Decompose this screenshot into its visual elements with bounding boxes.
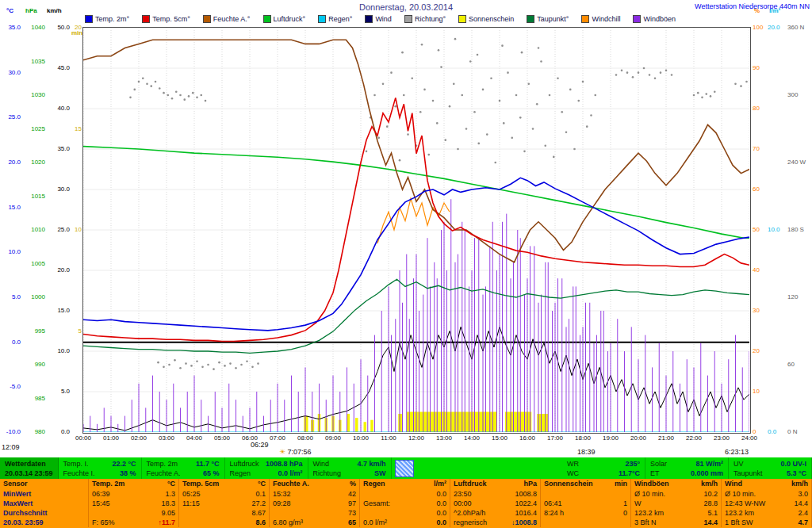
sun-time-6-23-13: 6:23:13 — [725, 448, 749, 456]
status-value: 11.7 °C — [196, 459, 220, 469]
status-row: WC11.7°C — [567, 469, 640, 478]
column-name: Windböen — [634, 479, 668, 489]
cell-time: 11:15 — [182, 499, 200, 508]
status-row: Temp. I.22.2 °C — [63, 459, 136, 469]
cell-value: 97 — [348, 499, 356, 508]
status-value: 5.3 °C — [787, 469, 806, 478]
status-label: Feuchte A. — [147, 469, 181, 478]
table-cell: 06:411 — [541, 499, 631, 508]
cell-value: 1.3 — [165, 489, 175, 499]
x-axis-label: 22:00 — [680, 434, 707, 442]
table-cell: 0.0 l/m²0.0 — [360, 518, 450, 527]
cell-time: W — [634, 499, 642, 508]
cell-time: 1 Bft SW — [725, 518, 753, 527]
sunrise-icon: ☀ — [279, 448, 288, 456]
cell-time: 23:50 — [454, 489, 472, 499]
x-axis-label: 02:00 — [125, 434, 152, 442]
forecast-icon — [395, 460, 414, 477]
weather-plot[interactable] — [83, 28, 749, 432]
chart-legend: Temp. 2m°Temp. 5cm°Feuchte A.°Luftdruck°… — [85, 15, 676, 23]
axis-tick-wind: 15.0 — [48, 308, 70, 314]
status-value: SW — [374, 469, 386, 478]
cell-value: 73 — [348, 508, 356, 518]
cell-value: 27.2 — [251, 499, 266, 508]
cell-time: 12:43 W-NW — [725, 499, 765, 508]
table-cell: W28.8 — [631, 499, 722, 508]
column-header-regen: Regenl/m² — [360, 479, 450, 489]
table-row-minwert: MinWert06:391.305:250.115:32420.023:5010… — [0, 489, 812, 499]
legend-item-luftdruck[interactable]: Luftdruck° — [263, 15, 306, 23]
axis-tick-wind: 5.0 — [48, 388, 70, 395]
cell-value: 0.0 — [436, 499, 446, 508]
legend-item-feuchte-a[interactable]: Feuchte A.° — [203, 15, 251, 23]
cell-time: 09:28 — [273, 499, 291, 508]
legend-item-windchill[interactable]: Windchill — [581, 15, 620, 23]
axis-tick-sun: 15 — [71, 126, 82, 132]
cell-time: 15:32 — [273, 489, 291, 499]
table-cell: 8:24 h0 — [541, 508, 631, 518]
table-cell: 8.67 — [179, 508, 270, 518]
axis-tick-humidity: 20 — [753, 348, 767, 354]
cell-value: 3.0 — [798, 489, 808, 499]
axis-tick-pressure: 1035 — [23, 59, 45, 65]
x-axis-label: 11:00 — [375, 434, 402, 442]
table-cell: 6.80 g/m³65 — [270, 518, 360, 527]
axis-tick-direction: 60 — [787, 362, 812, 368]
axis-tick-direction: 120 — [787, 294, 812, 300]
column-unit: min — [615, 479, 627, 489]
column-unit: km/h — [701, 479, 718, 489]
x-axis-label: 20:00 — [625, 434, 652, 442]
legend-item-temp-5cm[interactable]: Temp. 5cm° — [142, 15, 190, 23]
status-label: Temp. 2m — [147, 459, 178, 469]
column-unit: °C — [258, 479, 266, 489]
x-axis-label: 08:00 — [292, 434, 319, 442]
axis-tick-wind: 35.0 — [48, 146, 70, 152]
cell-time: ^2.0hPa/h — [454, 508, 485, 518]
status-value: 81 W/m² — [695, 459, 723, 469]
axis-tick-pressure: 995 — [23, 328, 45, 335]
cell-time: 00:00 — [454, 499, 472, 508]
axis-tick-humidity: 80 — [753, 105, 767, 112]
axis-tick-wind: 50.0 — [48, 25, 70, 31]
table-cell: 123.2 km5.1 — [631, 508, 722, 518]
table-cell: 05:250.1 — [179, 489, 270, 499]
legend-swatch-wind — [365, 15, 373, 23]
legend-item-windb-en[interactable]: Windböen — [633, 15, 676, 23]
table-cell: 00:001022.4 — [450, 499, 541, 508]
cell-value: 8.67 — [251, 508, 266, 518]
axis-unit-pressure: hPa — [25, 8, 37, 14]
table-cell: 8.6 — [179, 518, 270, 527]
legend-item-sonnenschein[interactable]: Sonnenschein — [458, 15, 514, 23]
cell-value: 1 — [623, 499, 627, 508]
legend-item-richtung[interactable]: Richtung° — [404, 15, 446, 23]
legend-item-regen[interactable]: Regen° — [318, 15, 352, 23]
status-label: Temp. I. — [63, 459, 89, 469]
status-spacer — [417, 457, 562, 479]
column-unit: hPa — [523, 479, 537, 489]
axis-tick-wind: 45.0 — [48, 65, 70, 71]
legend-label: Luftdruck° — [274, 15, 306, 23]
cell-value: 2.4 — [798, 508, 808, 518]
axis-tick-rain: 20.0 — [768, 25, 787, 31]
page-title: Donnerstag, 20.03.2014 — [0, 2, 812, 12]
status-label: WC — [567, 469, 579, 478]
legend-item-temp-2m[interactable]: Temp. 2m° — [85, 15, 129, 23]
status-value: 4.7 km/h — [358, 459, 386, 469]
table-cell: 11:1527.2 — [179, 499, 270, 508]
legend-label: Wind — [375, 15, 392, 23]
axis-unit-wind: km/h — [47, 8, 62, 14]
legend-item-taupunkt[interactable]: Taupunkt° — [527, 15, 569, 23]
table-cell — [541, 518, 631, 527]
table-cell: 1 Bft SW4.7 — [722, 518, 812, 527]
table-cell: 73 — [270, 508, 360, 518]
x-axis-label: 12:00 — [403, 434, 430, 442]
legend-item-wind[interactable]: Wind — [365, 15, 392, 23]
status-row: Taupunkt5.3 °C — [733, 469, 806, 478]
x-axis-label: 00:00 — [70, 434, 97, 442]
cell-value: 8.6 — [255, 518, 266, 527]
axis-tick-humidity: 70 — [753, 146, 767, 152]
status-row: Wind4.7 km/h — [313, 459, 386, 469]
legend-label: Feuchte A.° — [213, 15, 251, 23]
table-row-maxwert: MaxWert15:4518.311:1527.209:2897Gesamt:0… — [0, 499, 812, 508]
table-cell: 06:391.3 — [89, 489, 179, 499]
